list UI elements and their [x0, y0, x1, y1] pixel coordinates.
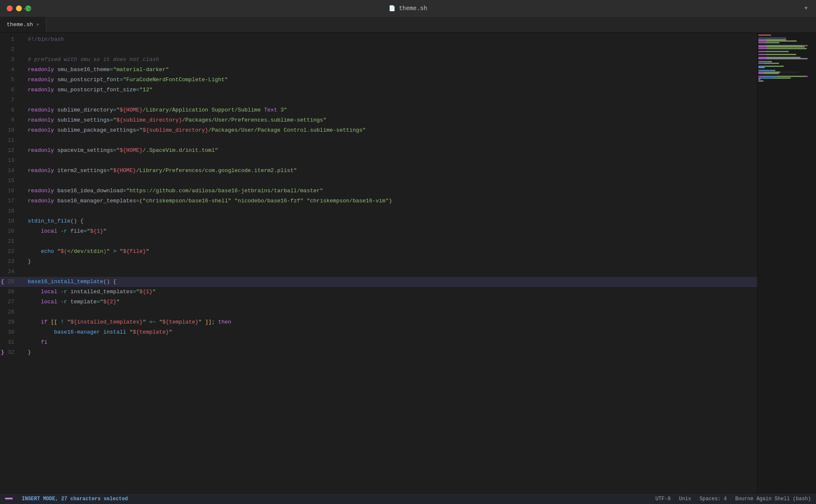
table-row: 9 readonly sublime_settings="${sublime_d… — [0, 115, 757, 125]
editor-container: 1 #!/bin/bash 2 3 # prefixed with smu so… — [0, 33, 816, 493]
table-row: 28 — [0, 307, 757, 317]
table-row: 31 fi — [0, 337, 757, 347]
table-row: 27 local -r template="${2}" — [0, 297, 757, 307]
table-row: } 32 } — [0, 347, 757, 358]
table-row: 3 # prefixed with smu so it does not cla… — [0, 55, 757, 65]
table-row: 21 — [0, 236, 757, 247]
file-icon: 📄 — [389, 5, 395, 12]
next-arrow[interactable]: ▶ — [28, 5, 31, 12]
close-button[interactable] — [7, 5, 13, 11]
status-indent[interactable]: Spaces: 4 — [699, 496, 727, 502]
dropdown-arrow[interactable]: ▼ — [805, 5, 808, 11]
tab-bar: theme.sh × — [0, 17, 816, 33]
table-row: { 25 base16_install_template() { — [0, 277, 757, 287]
status-encoding[interactable]: UTF-8 — [655, 496, 670, 502]
minimize-button[interactable] — [16, 5, 22, 11]
table-row: 4 readonly smu_base16_theme="material-da… — [0, 65, 757, 75]
table-row: 5 readonly smu_postscript_font="FuraCode… — [0, 75, 757, 85]
table-row: 14 readonly iterm2_settings="${HOME}/Lib… — [0, 166, 757, 176]
selection-indicator — [5, 496, 15, 502]
code-editor[interactable]: 1 #!/bin/bash 2 3 # prefixed with smu so… — [0, 33, 757, 493]
status-bar: INSERT MODE, 27 characters selected UTF-… — [0, 493, 816, 504]
table-row: 19 stdin_to_file() { — [0, 216, 757, 226]
minimap[interactable] — [757, 33, 816, 493]
table-row: 8 readonly sublime_directory="${HOME}/Li… — [0, 105, 757, 115]
tab-theme-sh[interactable]: theme.sh × — [0, 17, 46, 32]
status-syntax[interactable]: Bourne Again Shell (bash) — [735, 496, 811, 502]
table-row: 22 echo "$(</dev/stdin)" > "${file}" — [0, 247, 757, 257]
code-lines: 1 #!/bin/bash 2 3 # prefixed with smu so… — [0, 33, 757, 359]
nav-arrows[interactable]: ◀ ▶ — [24, 5, 31, 12]
title-file: 📄 theme.sh — [389, 5, 427, 12]
tab-close-button[interactable]: × — [36, 22, 39, 27]
table-row: 24 — [0, 267, 757, 277]
tab-label: theme.sh — [7, 21, 33, 28]
status-line-ending[interactable]: Unix — [679, 496, 691, 502]
title-filename: theme.sh — [399, 5, 427, 12]
table-row: 7 — [0, 95, 757, 105]
status-right: UTF-8 Unix Spaces: 4 Bourne Again Shell … — [655, 496, 811, 502]
table-row: 29 if [[ ! "${installed_templates}" =~ "… — [0, 317, 757, 327]
table-row: 30 base16-manager install "${template}" — [0, 327, 757, 337]
table-row: 12 readonly spacevim_settings="${HOME}/.… — [0, 146, 757, 156]
table-row: 18 — [0, 206, 757, 216]
table-row: 26 local -r installed_templates="${1}" — [0, 287, 757, 297]
table-row: 2 — [0, 45, 757, 55]
prev-arrow[interactable]: ◀ — [24, 5, 26, 12]
table-row: 20 local -r file="${1}" — [0, 226, 757, 236]
table-row: 10 readonly sublime_package_settings="${… — [0, 125, 757, 135]
table-row: 15 — [0, 176, 757, 186]
title-bar: ◀ ▶ 📄 theme.sh ▼ — [0, 0, 816, 17]
table-row: 16 readonly base16_idea_download="https:… — [0, 186, 757, 196]
status-left: INSERT MODE, 27 characters selected — [5, 496, 128, 502]
table-row: 6 readonly smu_postscript_font_size="12" — [0, 85, 757, 95]
brace-indicator: { — [1, 277, 4, 287]
status-mode: INSERT MODE, 27 characters selected — [22, 496, 128, 502]
brace-indicator-close: } — [1, 347, 4, 358]
table-row: 23 } — [0, 257, 757, 267]
table-row: 13 — [0, 156, 757, 166]
table-row: 11 — [0, 135, 757, 146]
table-row: 1 #!/bin/bash — [0, 34, 757, 45]
table-row: 17 readonly base16_manager_templates=("c… — [0, 196, 757, 206]
